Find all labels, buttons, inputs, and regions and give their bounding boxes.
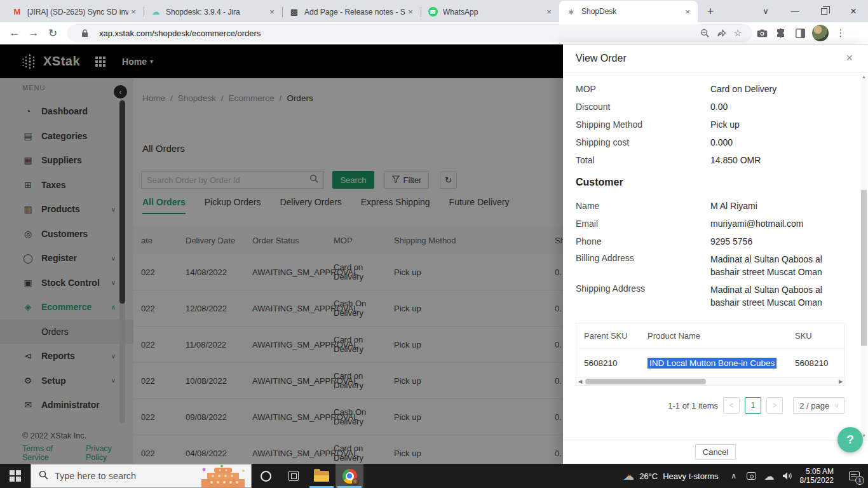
tray-expand-chevron[interactable]: ∧	[725, 464, 743, 488]
drawer-close-icon[interactable]: ×	[846, 51, 853, 65]
gmail-icon: M	[11, 6, 23, 18]
search-doodle-illustration[interactable]	[199, 464, 247, 487]
windows-logo-icon	[10, 470, 21, 482]
meet-now-button[interactable]	[743, 464, 761, 488]
file-explorer-button[interactable]	[308, 464, 336, 488]
browser-tab-shopdesk-active[interactable]: ∗ ShopDesk ×	[559, 1, 698, 22]
page-size-select[interactable]: 2 / page ∨	[793, 397, 845, 414]
browser-tab-confluence[interactable]: ▩ Add Page - Release notes - S ×	[282, 1, 421, 22]
field-row: Billing AddressMadinat al Sultan Qaboos …	[576, 250, 859, 281]
share-icon[interactable]	[713, 25, 729, 41]
weather-temp: 26°C	[639, 471, 658, 481]
cortana-icon	[261, 471, 271, 482]
clock-date: 8/15/2022	[800, 476, 834, 485]
zoom-icon[interactable]	[696, 25, 713, 41]
pagination-prev-button[interactable]: <	[723, 397, 740, 414]
scroll-left-icon[interactable]: ◀	[576, 379, 584, 384]
product-row[interactable]: 5608210 IND Local Mutton Bone-in Cubes 5…	[576, 349, 844, 377]
task-view-icon	[288, 471, 299, 481]
taskbar: Type here to search ☁↯	[0, 464, 868, 488]
forward-button[interactable]: →	[24, 24, 43, 43]
side-panel-icon[interactable]	[790, 24, 810, 43]
taskbar-search[interactable]: Type here to search	[31, 464, 252, 488]
field-row: MOPCard on Delivery	[576, 80, 859, 98]
tab-title: ShopDesk	[581, 7, 682, 16]
field-label: Shipping cost	[576, 137, 710, 147]
pagination-page-1[interactable]: 1	[745, 397, 761, 414]
field-value: 0.00	[710, 98, 859, 116]
field-label: Phone	[576, 236, 710, 247]
search-icon	[39, 470, 48, 482]
field-label: Shipping Address	[576, 281, 710, 294]
new-tab-button[interactable]: +	[702, 3, 719, 20]
reload-button[interactable]: ↻	[43, 24, 62, 43]
scroll-right-icon[interactable]: ▶	[837, 379, 844, 384]
screen: M [JIRA] (SD-2625) Sync SD inve × ☁ Shop…	[0, 0, 868, 488]
lock-icon	[76, 25, 93, 41]
pagination-next-button[interactable]: >	[766, 397, 783, 414]
field-row: Discount0.00	[576, 98, 859, 116]
field-value: muriyami@hotmail.com	[710, 215, 859, 233]
product-table: Parent SKU Product Name SKU 5608210 IND …	[576, 323, 845, 377]
customer-heading: Customer	[576, 177, 859, 188]
browser-tab-shopdesk-jira[interactable]: ☁ Shopdesk: 3.9.4 - Jira ×	[144, 1, 282, 22]
drawer-header: View Order ×	[563, 44, 868, 72]
camera-extension-icon[interactable]	[752, 24, 771, 43]
cortana-button[interactable]	[252, 464, 280, 488]
extensions-puzzle-icon[interactable]	[771, 24, 790, 43]
browser-menu-icon[interactable]: ⋮	[831, 24, 850, 43]
file-explorer-icon	[314, 471, 329, 482]
field-row: Shipping MethodPick up	[576, 116, 859, 133]
drawer-title: View Order	[576, 53, 846, 64]
bookmark-star-icon[interactable]: ☆	[729, 25, 746, 41]
storm-cloud-icon: ☁↯	[623, 470, 634, 483]
field-value: Card on Delivery	[710, 80, 859, 98]
selected-product-name[interactable]: IND Local Mutton Bone-in Cubes	[648, 358, 776, 369]
tab-close-icon[interactable]: ×	[128, 7, 139, 17]
clock-time: 5:05 AM	[800, 467, 834, 476]
task-view-button[interactable]	[280, 464, 308, 488]
tab-close-icon[interactable]: ×	[682, 6, 693, 17]
onedrive-button[interactable]: ☁	[761, 464, 778, 488]
hscrollbar-thumb[interactable]	[585, 379, 706, 384]
page-content: XStak Home ▾ MENU ◔Dashboard ▤Categories…	[0, 44, 868, 464]
cloud-icon: ☁	[150, 6, 161, 18]
chrome-taskbar-button[interactable]	[336, 464, 363, 488]
profile-avatar[interactable]	[812, 25, 829, 41]
notification-center-button[interactable]: 1	[840, 464, 868, 488]
start-button[interactable]	[0, 464, 31, 488]
minimize-button[interactable]: —	[780, 0, 810, 22]
pagination-summary: 1-1 of 1 items	[668, 401, 718, 410]
drawer-mask[interactable]	[0, 44, 563, 464]
view-order-drawer: View Order × MOPCard on Delivery Discoun…	[563, 44, 868, 464]
field-value: M Al Riyami	[710, 197, 859, 215]
close-window-button[interactable]: ×	[839, 0, 868, 22]
field-row: Shipping cost0.000	[576, 133, 859, 151]
weather-widget[interactable]: ☁↯ 26°C Heavy t-storms	[617, 470, 724, 483]
cell-parent-sku: 5608210	[584, 358, 648, 368]
browser-tab-whatsapp[interactable]: ☎ WhatsApp ×	[421, 1, 559, 22]
tab-close-icon[interactable]: ×	[267, 7, 277, 17]
tab-close-icon[interactable]: ×	[405, 7, 416, 17]
tab-title: WhatsApp	[443, 8, 544, 17]
confluence-icon: ▩	[288, 6, 300, 18]
restore-button[interactable]	[810, 0, 839, 22]
drawer-body: MOPCard on Delivery Discount0.00 Shippin…	[563, 72, 859, 440]
tab-close-icon[interactable]: ×	[544, 7, 554, 17]
browser-tab-jira[interactable]: M [JIRA] (SD-2625) Sync SD inve ×	[5, 1, 144, 22]
url-text[interactable]: xap.xstak.com/shopdesk/ecommerce/orders	[99, 29, 696, 38]
drawer-scrollbar-thumb[interactable]	[861, 190, 867, 346]
scroll-up-icon[interactable]: ▲	[860, 74, 867, 79]
tab-title: Shopdesk: 3.9.4 - Jira	[166, 8, 267, 17]
cancel-button[interactable]: Cancel	[695, 444, 736, 460]
address-bar[interactable]: xap.xstak.com/shopdesk/ecommerce/orders …	[67, 24, 752, 42]
back-button[interactable]: ←	[5, 24, 24, 43]
product-table-hscrollbar[interactable]: ◀ ▶	[576, 377, 845, 386]
field-value: Madinat al Sultan Qaboos al bashair stre…	[710, 281, 828, 311]
volume-button[interactable]	[778, 464, 796, 488]
help-button[interactable]: ?	[837, 427, 863, 452]
page-size-value: 2 / page	[799, 401, 829, 410]
tab-search-icon[interactable]: ∨	[751, 0, 780, 22]
clock[interactable]: 5:05 AM 8/15/2022	[796, 467, 840, 485]
drawer-scrollbar[interactable]: ▲ ▼	[860, 72, 867, 440]
